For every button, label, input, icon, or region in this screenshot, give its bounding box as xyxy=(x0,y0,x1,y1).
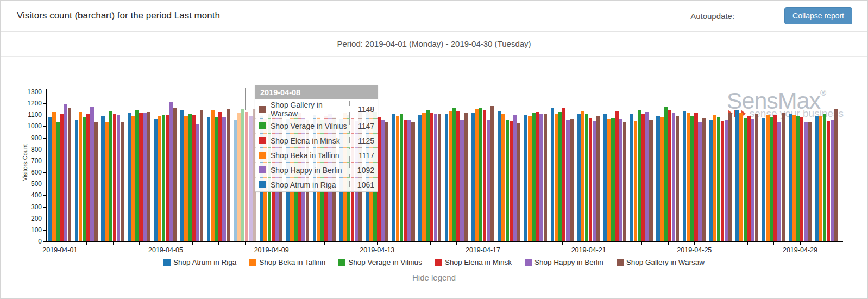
bar[interactable] xyxy=(464,113,468,241)
bar[interactable] xyxy=(517,123,520,241)
bar[interactable] xyxy=(475,109,479,241)
bar[interactable] xyxy=(192,115,196,241)
bar[interactable] xyxy=(739,113,743,241)
bar[interactable] xyxy=(479,108,482,241)
bar[interactable] xyxy=(385,122,388,241)
bar[interactable] xyxy=(766,115,769,241)
bar[interactable] xyxy=(524,115,527,241)
bar[interactable] xyxy=(392,114,395,241)
bar[interactable] xyxy=(827,121,830,241)
bar[interactable] xyxy=(660,117,663,241)
bar[interactable] xyxy=(135,110,139,241)
bar[interactable] xyxy=(638,110,641,241)
bar[interactable] xyxy=(404,120,407,241)
bar[interactable] xyxy=(539,114,543,241)
bar[interactable] xyxy=(68,108,71,241)
bar[interactable] xyxy=(169,102,173,241)
bar[interactable] xyxy=(672,113,675,241)
bar[interactable] xyxy=(490,106,494,241)
bar[interactable] xyxy=(237,113,241,241)
bar[interactable] xyxy=(630,114,633,241)
bar[interactable] xyxy=(634,121,637,241)
bar[interactable] xyxy=(683,111,686,241)
bar[interactable] xyxy=(831,120,834,241)
bar[interactable] xyxy=(131,116,135,241)
bar[interactable] xyxy=(676,116,679,241)
bar[interactable] xyxy=(64,104,67,241)
bar[interactable] xyxy=(577,114,580,241)
bar[interactable] xyxy=(762,118,765,241)
bar[interactable] xyxy=(755,114,758,241)
bar[interactable] xyxy=(668,110,671,241)
bar[interactable] xyxy=(180,110,184,241)
bar[interactable] xyxy=(94,122,97,241)
legend-item[interactable]: Shop Gallery in Warsaw xyxy=(617,258,705,266)
bar[interactable] xyxy=(782,113,785,241)
bar[interactable] xyxy=(449,111,452,241)
bar[interactable] xyxy=(471,113,475,241)
bar[interactable] xyxy=(551,108,554,241)
bar[interactable] xyxy=(558,112,562,241)
bar[interactable] xyxy=(154,119,158,241)
bar[interactable] xyxy=(770,117,773,241)
bar[interactable] xyxy=(460,120,463,241)
bar[interactable] xyxy=(773,115,777,241)
bar[interactable] xyxy=(725,120,728,241)
bar[interactable] xyxy=(593,121,596,241)
bar[interactable] xyxy=(607,119,611,241)
bar[interactable] xyxy=(611,118,614,241)
bar[interactable] xyxy=(215,117,218,241)
bar[interactable] xyxy=(400,114,403,241)
bar[interactable] xyxy=(158,116,161,241)
legend-item[interactable]: Shop Beka in Tallinn xyxy=(249,258,325,266)
bar[interactable] xyxy=(664,107,668,242)
bar[interactable] xyxy=(735,110,739,241)
bar[interactable] xyxy=(245,112,248,241)
bar[interactable] xyxy=(200,110,203,241)
bar[interactable] xyxy=(589,118,592,241)
bar[interactable] xyxy=(241,109,244,241)
bar[interactable] xyxy=(581,111,584,241)
bar[interactable] xyxy=(751,119,754,241)
bar[interactable] xyxy=(381,120,384,241)
bar[interactable] xyxy=(105,122,108,241)
bar[interactable] xyxy=(555,114,558,241)
bar[interactable] xyxy=(483,110,486,241)
bar[interactable] xyxy=(792,115,796,241)
bar[interactable] xyxy=(109,111,112,241)
bar[interactable] xyxy=(536,112,539,241)
bar[interactable] xyxy=(721,121,724,241)
bar[interactable] xyxy=(702,118,706,241)
bar[interactable] xyxy=(139,113,142,241)
bar[interactable] xyxy=(207,117,210,241)
bar[interactable] xyxy=(570,119,573,241)
bar[interactable] xyxy=(532,113,535,241)
bar[interactable] xyxy=(728,113,732,241)
bar[interactable] xyxy=(430,113,433,241)
bar[interactable] xyxy=(698,122,701,241)
legend-item[interactable]: Shop Atrum in Riga xyxy=(163,258,236,266)
bar[interactable] xyxy=(117,115,120,241)
bar[interactable] xyxy=(56,122,59,241)
bar[interactable] xyxy=(487,120,490,241)
bar[interactable] xyxy=(60,114,63,241)
bar[interactable] xyxy=(656,116,659,241)
bar[interactable] xyxy=(649,120,652,241)
bar[interactable] xyxy=(101,116,104,241)
bar[interactable] xyxy=(506,120,509,241)
bar[interactable] xyxy=(147,112,150,241)
bar[interactable] xyxy=(819,116,822,241)
bar[interactable] xyxy=(694,113,697,241)
bar[interactable] xyxy=(121,122,124,241)
bar[interactable] xyxy=(641,114,645,241)
bar[interactable] xyxy=(166,115,169,241)
bar[interactable] xyxy=(623,122,626,241)
bar[interactable] xyxy=(234,120,237,241)
bar[interactable] xyxy=(777,122,781,241)
bar[interactable] xyxy=(184,116,187,241)
bar[interactable] xyxy=(83,117,86,241)
bar[interactable] xyxy=(498,111,501,241)
bar[interactable] xyxy=(690,116,694,241)
bar[interactable] xyxy=(510,121,513,241)
bar[interactable] xyxy=(528,116,531,241)
